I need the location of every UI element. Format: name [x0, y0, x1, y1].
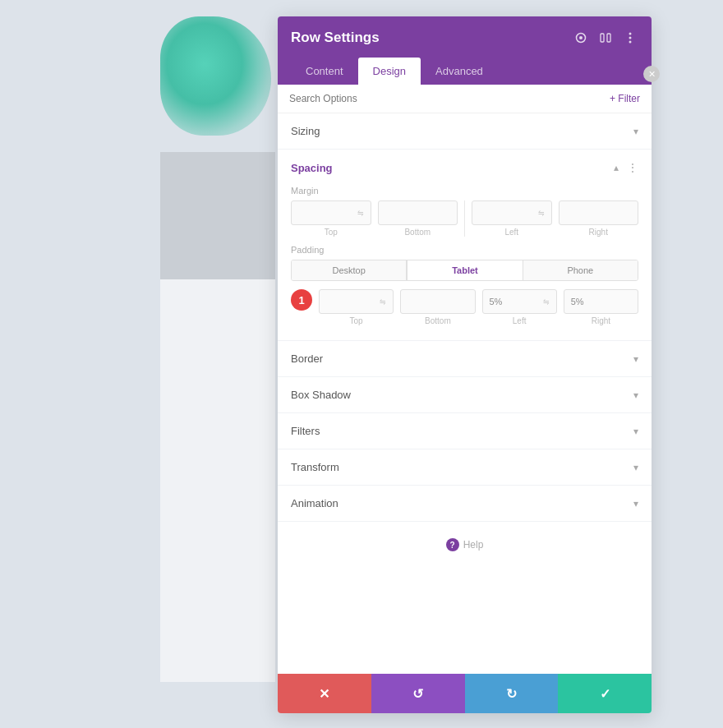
- reset-icon[interactable]: [573, 30, 589, 46]
- spacing-title: Spacing: [291, 162, 333, 174]
- device-tab-phone[interactable]: Phone: [523, 260, 638, 280]
- animation-header[interactable]: Animation ▾: [278, 486, 652, 521]
- box-shadow-chevron: ▾: [633, 389, 638, 401]
- margin-top-field[interactable]: ⇋: [291, 200, 371, 225]
- sizing-header[interactable]: Sizing ▾: [278, 113, 652, 149]
- filter-button[interactable]: + Filter: [610, 93, 640, 104]
- save-button[interactable]: ✓: [558, 674, 652, 713]
- cancel-button[interactable]: ✕: [278, 674, 371, 713]
- padding-top-field[interactable]: ⇋: [319, 289, 394, 314]
- padding-left-input[interactable]: [490, 297, 526, 306]
- padding-left-label: Left: [513, 316, 527, 325]
- margin-top-label: Top: [325, 228, 338, 237]
- margin-left-input[interactable]: [479, 208, 518, 218]
- padding-right-field[interactable]: [564, 289, 638, 314]
- decorative-gray-box: [160, 152, 275, 279]
- margin-left-label: Left: [504, 228, 518, 237]
- margin-right-input[interactable]: [566, 208, 606, 218]
- padding-device-tabs: Desktop Tablet Phone: [291, 260, 638, 281]
- padding-right-input[interactable]: [571, 297, 607, 306]
- spacing-header[interactable]: Spacing ▴ ⋮: [278, 150, 652, 186]
- undo-icon: ↺: [412, 686, 423, 702]
- margin-right-field[interactable]: [559, 200, 639, 225]
- panel-footer: ✕ ↺ ↻ ✓: [278, 674, 652, 713]
- transform-title: Transform: [291, 461, 339, 473]
- svg-rect-3: [607, 34, 610, 42]
- margin-label: Margin: [291, 186, 638, 196]
- margin-top-bottom-row: ⇋ Top Bottom ⇋: [291, 200, 638, 237]
- panel-close-button[interactable]: ✕: [643, 66, 660, 82]
- sizing-chevron: ▾: [633, 126, 638, 137]
- step-badge: 1: [291, 289, 312, 311]
- margin-bottom-input[interactable]: [385, 208, 425, 218]
- animation-chevron: ▾: [633, 498, 638, 509]
- decorative-white-box: [160, 279, 275, 682]
- margin-left-group: ⇋ Left: [472, 200, 552, 237]
- padding-label: Padding: [291, 245, 638, 255]
- padding-bottom-group: Bottom: [400, 289, 475, 325]
- svg-rect-2: [601, 34, 604, 42]
- border-header[interactable]: Border ▾: [278, 341, 652, 376]
- padding-left-group: ⇋ Left: [482, 289, 557, 325]
- margin-right-label: Right: [589, 228, 608, 237]
- padding-top-label: Top: [350, 316, 363, 325]
- margin-top-group: ⇋ Top: [291, 200, 371, 237]
- margin-bottom-label: Bottom: [404, 228, 431, 237]
- box-shadow-header[interactable]: Box Shadow ▾: [278, 377, 652, 412]
- border-title: Border: [291, 352, 323, 365]
- svg-point-6: [629, 41, 632, 44]
- padding-top-group: ⇋ Top: [319, 289, 394, 325]
- margin-bottom-group: Bottom: [378, 200, 458, 237]
- device-tab-tablet[interactable]: Tablet: [407, 260, 523, 280]
- tab-bar: Content Design Advanced: [291, 58, 638, 85]
- device-tab-desktop[interactable]: Desktop: [292, 260, 407, 280]
- row-settings-panel: Row Settings: [278, 16, 652, 713]
- columns-icon[interactable]: [597, 30, 614, 46]
- padding-bottom-input[interactable]: [408, 297, 444, 306]
- sizing-title: Sizing: [291, 125, 320, 137]
- spacing-more-icon[interactable]: ⋮: [627, 161, 638, 174]
- animation-section: Animation ▾: [278, 486, 652, 522]
- filters-header[interactable]: Filters ▾: [278, 413, 652, 449]
- more-icon[interactable]: [622, 30, 638, 46]
- tab-content[interactable]: Content: [291, 58, 358, 85]
- search-input[interactable]: [289, 93, 610, 104]
- padding-inputs-row: 1 ⇋ Top: [291, 289, 638, 329]
- panel-header-icons: [573, 30, 638, 46]
- redo-button[interactable]: ↻: [465, 674, 559, 713]
- panel-body: + Filter Sizing ▾ Spacing ▴ ⋮ Margin: [278, 85, 652, 674]
- transform-header[interactable]: Transform ▾: [278, 449, 652, 485]
- margin-left-field[interactable]: ⇋: [472, 200, 552, 225]
- box-shadow-section: Box Shadow ▾: [278, 377, 652, 413]
- help-label[interactable]: Help: [463, 539, 484, 551]
- margin-top-responsive-icon: ⇋: [357, 209, 364, 217]
- tab-design[interactable]: Design: [358, 58, 421, 85]
- save-icon: ✓: [600, 686, 610, 702]
- border-section: Border ▾: [278, 341, 652, 377]
- help-icon: ?: [446, 538, 459, 551]
- panel-header: Row Settings: [278, 16, 652, 85]
- padding-inputs: ⇋ Top Bottom: [319, 289, 638, 329]
- transform-chevron: ▾: [633, 462, 638, 473]
- padding-bottom-label: Bottom: [425, 316, 451, 325]
- svg-point-5: [629, 37, 632, 39]
- margin-top-input[interactable]: [298, 208, 338, 218]
- help-row: ? Help: [278, 522, 652, 560]
- padding-left-responsive-icon: ⇋: [543, 297, 550, 306]
- cancel-icon: ✕: [319, 686, 329, 702]
- padding-top-responsive-icon: ⇋: [380, 297, 386, 306]
- spacing-section: Spacing ▴ ⋮ Margin ⇋ Top: [278, 150, 652, 341]
- tab-advanced[interactable]: Advanced: [421, 58, 498, 85]
- svg-point-1: [579, 36, 583, 39]
- panel-title-row: Row Settings: [291, 30, 638, 46]
- undo-button[interactable]: ↺: [371, 674, 465, 713]
- margin-bottom-field[interactable]: [378, 200, 458, 225]
- padding-left-field[interactable]: ⇋: [482, 289, 557, 314]
- padding-top-input[interactable]: [326, 297, 362, 306]
- filters-section: Filters ▾: [278, 413, 652, 449]
- transform-section: Transform ▾: [278, 449, 652, 486]
- padding-bottom-field[interactable]: [400, 289, 475, 314]
- margin-divider: [464, 200, 465, 237]
- padding-right-label: Right: [592, 316, 610, 325]
- filters-chevron: ▾: [633, 426, 638, 437]
